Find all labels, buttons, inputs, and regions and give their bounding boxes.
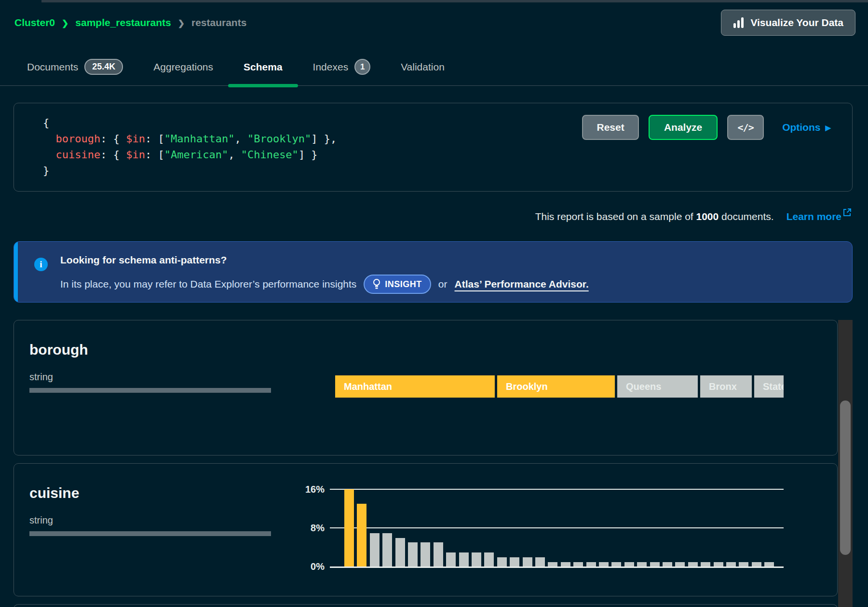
code-icon: </> (738, 122, 754, 133)
cuisine-bar-32[interactable] (739, 562, 748, 566)
cuisine-bar-6[interactable] (408, 542, 418, 566)
reset-button[interactable]: Reset (582, 115, 639, 140)
tab-label: Aggregations (153, 61, 213, 73)
cuisine-histogram: 16%8%0% (14, 464, 837, 596)
code-toggle-button[interactable]: </> (727, 115, 764, 140)
learn-more-link[interactable]: Learn more (787, 211, 851, 222)
query-code-line: { (43, 115, 337, 131)
cuisine-bar-19[interactable] (573, 562, 583, 566)
cuisine-bar-8[interactable] (434, 542, 443, 566)
field-card-cuisine: cuisine string 16%8%0% (14, 463, 838, 596)
banner-body: In its place, you may refer to Data Expl… (60, 274, 589, 295)
tab-label: Documents (27, 61, 78, 73)
cuisine-bar-30[interactable] (714, 562, 723, 566)
cuisine-bar-4[interactable] (382, 533, 392, 566)
breadcrumb-database[interactable]: sample_restaurants (75, 17, 171, 28)
borough-value-bars: ManhattanBrooklynQueensBronxStaten Islan… (335, 375, 784, 398)
breadcrumb-collection: restaurants (191, 17, 246, 28)
tab-label: Indexes (313, 61, 349, 73)
options-link[interactable]: Options ▶ (782, 122, 831, 133)
schema-page: Cluster0 ❯ sample_restaurants ❯ restaura… (0, 0, 868, 607)
cuisine-bar-28[interactable] (688, 562, 698, 566)
borough-value-bar-manhattan[interactable]: Manhattan (335, 375, 495, 398)
cuisine-bar-10[interactable] (459, 552, 469, 566)
cuisine-bar-29[interactable] (701, 562, 710, 566)
tab-documents[interactable]: Documents25.4K (27, 48, 123, 85)
collection-tabs: Documents25.4KAggregationsSchemaIndexes1… (0, 48, 868, 86)
borough-value-label: Queens (626, 381, 661, 392)
cuisine-bar-24[interactable] (637, 562, 647, 566)
sample-count: 1000 (696, 211, 719, 222)
external-link-icon (843, 208, 851, 217)
cuisine-bar-34[interactable] (764, 562, 774, 566)
banner-title: Looking for schema anti-patterns? (60, 254, 227, 266)
tab-aggregations[interactable]: Aggregations (153, 48, 213, 85)
cuisine-bar-15[interactable] (523, 557, 532, 566)
cuisine-bar-9[interactable] (446, 552, 456, 566)
bar-chart-icon (733, 17, 745, 28)
scrollbar-thumb[interactable] (840, 400, 851, 555)
cuisine-bar-14[interactable] (510, 557, 519, 566)
cuisine-bar-33[interactable] (752, 562, 761, 566)
cuisine-bar-7[interactable] (420, 542, 430, 566)
performance-advisor-link[interactable]: Atlas’ Performance Advisor. (455, 278, 589, 290)
cuisine-bar-11[interactable] (472, 552, 481, 566)
learn-more-label: Learn more (787, 211, 841, 222)
tab-label: Schema (244, 61, 283, 73)
borough-value-bar-brooklyn[interactable]: Brooklyn (497, 375, 615, 398)
query-bar: { borough: { $in: ["Manhattan", "Brookly… (14, 103, 853, 192)
analyze-button[interactable]: Analyze (649, 115, 718, 140)
active-tab-underline (228, 84, 298, 87)
caret-right-icon: ▶ (825, 124, 831, 132)
borough-value-bar-staten-island[interactable]: Staten Island (754, 375, 784, 398)
cuisine-bar-20[interactable] (586, 562, 596, 566)
cuisine-bar-23[interactable] (624, 562, 634, 566)
scrollbar-track[interactable] (838, 320, 853, 607)
banner-conjunction: or (438, 278, 448, 290)
cuisine-bar-27[interactable] (675, 562, 685, 566)
cuisine-bar-18[interactable] (561, 562, 570, 566)
field-name: borough (29, 342, 88, 358)
tab-schema[interactable]: Schema (244, 48, 283, 85)
visualize-your-data-button[interactable]: Visualize Your Data (721, 10, 855, 36)
borough-value-label: Brooklyn (506, 381, 548, 392)
cuisine-bar-31[interactable] (726, 562, 736, 566)
borough-value-bar-queens[interactable]: Queens (617, 375, 698, 398)
cuisine-bar-25[interactable] (650, 562, 660, 566)
cuisine-bar-26[interactable] (663, 562, 672, 566)
borough-value-bar-bronx[interactable]: Bronx (700, 375, 752, 398)
query-code-line: cuisine: { $in: ["American", "Chinese"] … (43, 147, 337, 163)
breadcrumb: Cluster0 ❯ sample_restaurants ❯ restaura… (14, 17, 246, 28)
cuisine-bar-17[interactable] (548, 562, 557, 566)
cuisine-bar-2[interactable] (357, 504, 366, 566)
y-axis-tick-label: 8% (284, 522, 325, 534)
insight-badge[interactable]: INSIGHT (364, 275, 431, 294)
tab-count-badge: 1 (354, 59, 370, 75)
chevron-right-icon: ❯ (178, 18, 185, 28)
type-distribution-bar[interactable] (29, 388, 271, 393)
tab-validation[interactable]: Validation (401, 48, 445, 85)
query-actions: Reset Analyze </> Options ▶ (582, 115, 831, 140)
cuisine-bar-21[interactable] (599, 562, 609, 566)
collection-header: Cluster0 ❯ sample_restaurants ❯ restaura… (14, 9, 855, 37)
cuisine-bar-5[interactable] (395, 538, 405, 566)
banner-body-text: In its place, you may refer to Data Expl… (60, 278, 356, 290)
cuisine-bar-22[interactable] (611, 562, 621, 566)
tab-indexes[interactable]: Indexes1 (313, 48, 371, 85)
insight-badge-label: INSIGHT (385, 279, 422, 290)
cuisine-bar-3[interactable] (370, 533, 380, 566)
lightbulb-icon (373, 279, 380, 290)
cuisine-bar-13[interactable] (497, 557, 507, 566)
info-banner: i Looking for schema anti-patterns? In i… (14, 241, 853, 303)
report-text: This report is based on a sample of 1000… (535, 211, 774, 222)
cuisine-bar-12[interactable] (484, 552, 494, 566)
y-axis-tick-label: 16% (284, 483, 325, 495)
next-field-card-clipped (14, 604, 838, 607)
breadcrumb-cluster[interactable]: Cluster0 (14, 17, 55, 28)
cuisine-bar-16[interactable] (535, 557, 545, 566)
query-input[interactable]: { borough: { $in: ["Manhattan", "Brookly… (43, 115, 337, 179)
cuisine-bar-1[interactable] (344, 489, 354, 566)
sample-report-note: This report is based on a sample of 1000… (535, 211, 851, 222)
gridline-8pct (330, 527, 784, 528)
borough-value-label: Manhattan (344, 381, 392, 392)
